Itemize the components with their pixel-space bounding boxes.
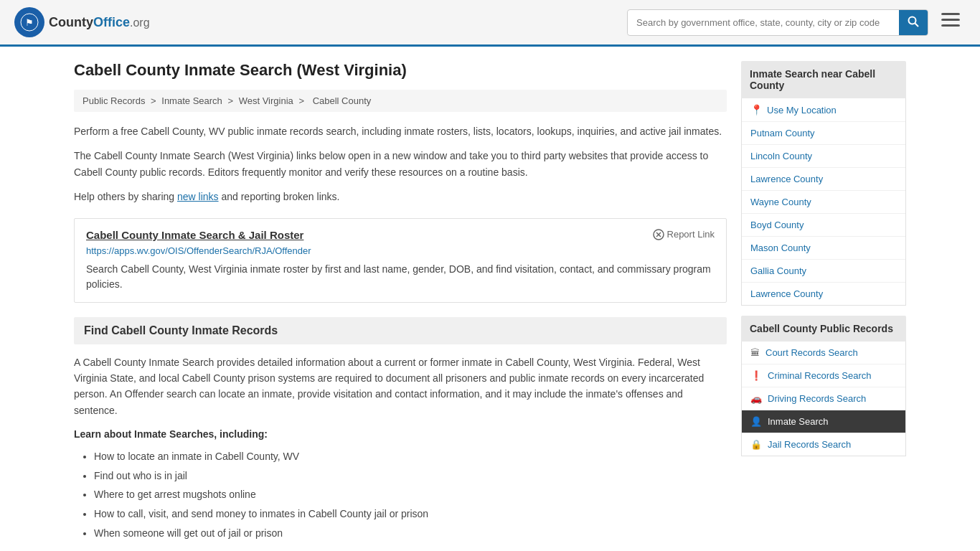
logo-text: CountyOffice.org	[49, 15, 150, 30]
sidebar-item-inmate-search[interactable]: 👤 Inmate Search	[742, 410, 905, 433]
list-item: Where to get arrest mugshots online	[94, 485, 727, 504]
sidebar: Inmate Search near Cabell County 📍 Use M…	[741, 61, 906, 542]
description-2: The Cabell County Inmate Search (West Vi…	[74, 148, 727, 180]
logo-area: ⚑ CountyOffice.org	[14, 7, 150, 37]
jail-icon: 🔒	[750, 439, 762, 450]
sidebar-item-gallia[interactable]: Gallia County	[742, 260, 905, 283]
sidebar-item-lawrence2[interactable]: Lawrence County	[742, 283, 905, 305]
link-description: Search Cabell County, West Virginia inma…	[86, 262, 715, 292]
main-container: Cabell County Inmate Search (West Virgin…	[60, 47, 920, 551]
sidebar-item-lawrence1[interactable]: Lawrence County	[742, 168, 905, 191]
sidebar-item-driving-records[interactable]: 🚗 Driving Records Search	[742, 387, 905, 410]
breadcrumb-west-virginia[interactable]: West Virginia	[239, 95, 293, 106]
public-records-heading: Cabell County Public Records	[741, 316, 906, 342]
search-bar	[627, 9, 928, 36]
court-icon: 🏛	[750, 347, 760, 358]
sidebar-item-lincoln[interactable]: Lincoln County	[742, 145, 905, 168]
list-item: Find out who is in jail	[94, 466, 727, 486]
sidebar-item-putnam[interactable]: Putnam County	[742, 122, 905, 145]
near-county-section: Inmate Search near Cabell County 📍 Use M…	[741, 61, 906, 306]
description-3: Help others by sharing new links and rep…	[74, 189, 727, 204]
sidebar-item-criminal-records[interactable]: ❗ Criminal Records Search	[742, 364, 905, 387]
public-records-list: 🏛 Court Records Search ❗ Criminal Record…	[741, 342, 906, 456]
page-title: Cabell County Inmate Search (West Virgin…	[74, 61, 727, 80]
near-county-list: 📍 Use My Location Putnam County Lincoln …	[741, 98, 906, 306]
breadcrumb-current: Cabell County	[313, 95, 372, 106]
site-header: ⚑ CountyOffice.org	[0, 0, 980, 47]
breadcrumb: Public Records > Inmate Search > West Vi…	[74, 90, 727, 112]
section-header: Find Cabell County Inmate Records	[74, 317, 727, 344]
menu-icon[interactable]	[936, 10, 966, 34]
search-input[interactable]	[628, 11, 899, 34]
svg-rect-4	[941, 13, 960, 15]
public-records-section: Cabell County Public Records 🏛 Court Rec…	[741, 316, 906, 456]
header-right	[627, 9, 966, 36]
svg-point-2	[909, 17, 916, 24]
breadcrumb-inmate-search[interactable]: Inmate Search	[161, 95, 222, 106]
sidebar-item-wayne[interactable]: Wayne County	[742, 191, 905, 214]
inmate-icon: 👤	[750, 416, 762, 427]
svg-text:⚑: ⚑	[25, 17, 34, 28]
list-item: How to call, visit, and send money to in…	[94, 504, 727, 524]
svg-rect-6	[941, 24, 960, 27]
use-location-link[interactable]: Use My Location	[767, 105, 837, 116]
svg-line-3	[915, 23, 919, 27]
criminal-icon: ❗	[750, 370, 762, 381]
pin-icon: 📍	[750, 104, 763, 116]
breadcrumb-public-records[interactable]: Public Records	[83, 95, 145, 106]
list-item: When someone will get out of jail or pri…	[94, 524, 727, 543]
list-item: How to locate an inmate in Cabell County…	[94, 447, 727, 466]
content-area: Cabell County Inmate Search (West Virgin…	[74, 61, 727, 542]
use-location-item[interactable]: 📍 Use My Location	[742, 98, 905, 122]
logo-icon: ⚑	[14, 7, 44, 37]
new-links-link[interactable]: new links	[177, 191, 219, 202]
sidebar-item-boyd[interactable]: Boyd County	[742, 214, 905, 237]
sidebar-item-court-records[interactable]: 🏛 Court Records Search	[742, 342, 905, 364]
driving-icon: 🚗	[750, 393, 762, 404]
sidebar-item-jail-records[interactable]: 🔒 Jail Records Search	[742, 433, 905, 456]
description-1: Perform a free Cabell County, WV public …	[74, 123, 727, 139]
report-link-button[interactable]: Report Link	[653, 229, 715, 240]
link-url[interactable]: https://apps.wv.gov/OIS/OffenderSearch/R…	[86, 245, 715, 256]
link-box-title[interactable]: Cabell County Inmate Search & Jail Roste…	[86, 229, 303, 241]
svg-rect-5	[941, 19, 960, 21]
near-county-heading: Inmate Search near Cabell County	[741, 61, 906, 98]
report-icon	[653, 229, 664, 240]
section-text: A Cabell County Inmate Search provides d…	[74, 354, 727, 419]
learn-heading: Learn about Inmate Searches, including:	[74, 428, 727, 440]
search-button[interactable]	[899, 10, 928, 35]
sidebar-item-mason[interactable]: Mason County	[742, 237, 905, 260]
link-box: Cabell County Inmate Search & Jail Roste…	[74, 218, 727, 303]
bullet-list: How to locate an inmate in Cabell County…	[74, 447, 727, 542]
